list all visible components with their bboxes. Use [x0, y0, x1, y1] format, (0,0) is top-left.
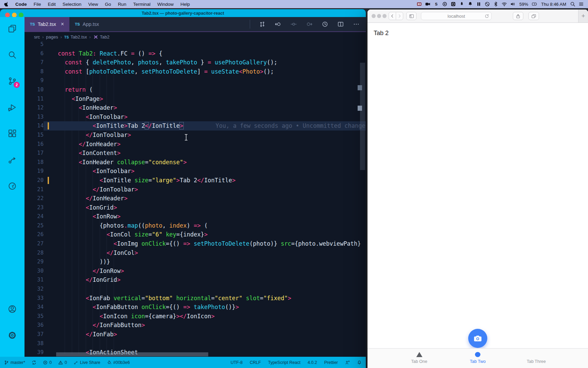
timeline-clock-icon[interactable]	[322, 21, 328, 28]
code-line[interactable]: 31 </IonGrid>	[24, 275, 366, 285]
nav-back-icon[interactable]	[275, 21, 281, 28]
bluetooth-icon[interactable]	[493, 1, 499, 7]
bell-icon[interactable]	[468, 1, 473, 7]
menu-item-view[interactable]: View	[85, 0, 101, 8]
tab-tab-three[interactable]: Tab Three	[527, 352, 546, 364]
sidebar-item-timeline[interactable]	[7, 181, 17, 191]
battery-icon[interactable]	[532, 1, 537, 7]
film-icon[interactable]	[416, 1, 422, 7]
sidebar-item-search[interactable]	[7, 50, 17, 60]
menu-item-go[interactable]: Go	[101, 0, 114, 8]
code-line[interactable]: 38	[24, 339, 366, 348]
code-line[interactable]: 21 </IonToolbar>	[24, 185, 366, 194]
sidebar-item-source-control[interactable]: 2	[7, 76, 17, 86]
menu-item-selection[interactable]: Selection	[59, 0, 85, 8]
code-line[interactable]: 29 ))}	[24, 257, 366, 266]
vscode-titlebar[interactable]: Tab2.tsx — photo-gallery-capacitor-react	[0, 9, 366, 17]
code-line[interactable]: 32	[24, 285, 366, 294]
code-line[interactable]: 16 </IonHeader>	[24, 140, 366, 149]
sidebar-item-extensions[interactable]	[7, 129, 17, 138]
do-not-disturb-icon[interactable]	[485, 1, 490, 7]
reload-icon[interactable]	[484, 14, 489, 19]
code-line[interactable]: 30 </IonRow>	[24, 266, 366, 276]
code-line[interactable]: 13 <IonToolbar>	[24, 112, 366, 122]
code-line[interactable]: 7 const { deletePhoto, photos, takePhoto…	[24, 58, 366, 67]
menu-item-window[interactable]: Window	[154, 0, 177, 8]
s-app-icon[interactable]: S	[434, 1, 439, 7]
code-line[interactable]: 11 <IonPage>	[24, 94, 366, 104]
breadcrumb-item-src[interactable]: src	[34, 34, 40, 40]
status-item-feedback[interactable]	[345, 360, 350, 365]
code-line[interactable]: 36 </IonFabButton>	[24, 321, 366, 330]
code-line[interactable]: 14 <IonTitle>Tab 2</IonTitle>You, a few …	[24, 121, 366, 131]
tab-tab-two[interactable]: Tab Two	[470, 352, 486, 364]
spotlight-icon[interactable]	[570, 1, 575, 7]
status-item-crlf[interactable]: CRLF	[250, 360, 261, 365]
status-item-sync[interactable]	[32, 360, 36, 365]
back-button[interactable]	[389, 12, 396, 20]
menu-item-terminal[interactable]: Terminal	[130, 0, 154, 8]
status-item-4-0-2[interactable]: 4.0.2	[308, 360, 317, 365]
code-line[interactable]: 18 <IonHeader collapse="condense">	[24, 158, 366, 167]
zoom-traffic-light[interactable]	[19, 13, 23, 17]
code-line[interactable]: 17 <IonContent>	[24, 149, 366, 158]
menu-list-icon[interactable]	[578, 1, 584, 7]
split-editor-icon[interactable]	[337, 21, 344, 28]
code-line[interactable]: 5	[24, 42, 366, 49]
code-line[interactable]: 37 </IonFab>	[24, 330, 366, 339]
breadcrumb[interactable]: src›pages›TSTab2.tsx›Tab2	[24, 32, 366, 42]
code-line[interactable]: 34 <IonFabButton onClick={() => takePhot…	[24, 303, 366, 312]
code-line[interactable]: 8 const [photoToDelete, setPhotoToDelete…	[24, 67, 366, 76]
more-actions-icon[interactable]	[353, 21, 360, 28]
code-line[interactable]: 28 </IonCol>	[24, 248, 366, 258]
pause-bars-icon[interactable]	[476, 1, 481, 7]
code-line[interactable]: 12 <IonHeader>	[24, 103, 366, 112]
tab-app-tsx[interactable]: TSApp.tsx	[69, 17, 104, 31]
sidebar-item-explorer[interactable]	[7, 24, 17, 33]
status-item-master-[interactable]: master*	[4, 360, 25, 365]
menu-item-help[interactable]: Help	[177, 0, 193, 8]
status-item-typescript-react[interactable]: TypeScript React	[268, 360, 300, 365]
menu-item-code[interactable]: Code	[12, 0, 30, 8]
status-item--00b3e6[interactable]: #00b3e6	[107, 360, 130, 365]
address-bar[interactable]: localhost	[421, 12, 492, 20]
status-item-prettier[interactable]: Prettier	[324, 360, 338, 365]
code-line[interactable]: 22 </IonHeader>	[24, 194, 366, 203]
screen-record-icon[interactable]	[451, 1, 456, 7]
sidebar-item-settings[interactable]	[7, 331, 17, 340]
code-line[interactable]: 20 <IonTitle size="large">Tab 2</IonTitl…	[24, 176, 366, 185]
share-button[interactable]	[513, 12, 523, 20]
status-item-live-share[interactable]: Live Share	[74, 360, 100, 365]
wifi-icon[interactable]	[502, 1, 507, 7]
record-icon[interactable]	[442, 1, 447, 7]
minimize-traffic-light[interactable]	[12, 13, 17, 17]
rocket-icon[interactable]	[459, 1, 464, 7]
sidebar-item-account[interactable]	[7, 304, 17, 314]
code-line[interactable]: 25 {photos.map((photo, index) => (	[24, 221, 366, 230]
minimize-traffic-light[interactable]	[377, 14, 381, 18]
status-item-utf-8[interactable]: UTF-8	[231, 360, 243, 365]
code-line[interactable]: 19 <IonToolbar>	[24, 167, 366, 176]
new-tab-button[interactable]: +	[578, 10, 588, 22]
sidebar-item-live-share[interactable]	[7, 155, 17, 165]
tab-tab-one[interactable]: Tab One	[411, 352, 427, 364]
code-line[interactable]: 6const Tab2: React.FC = () => {	[24, 49, 366, 58]
status-item-notification-bell[interactable]	[357, 360, 362, 365]
code-line[interactable]: 35 <IonIcon icon={camera}></IonIcon>	[24, 312, 366, 321]
code-line[interactable]: 10 return (	[24, 85, 366, 94]
apple-icon[interactable]	[4, 1, 9, 7]
code-line[interactable]: 33 <IonFab vertical="bottom" horizontal=…	[24, 294, 366, 303]
nav-forward-icon[interactable]	[306, 21, 313, 28]
code-line[interactable]: 27 <IonImg onClick={() => setPhotoToDele…	[24, 239, 366, 248]
tabs-overview-button[interactable]	[528, 12, 539, 20]
code-line[interactable]: 23 <IonGrid>	[24, 203, 366, 212]
code-line[interactable]: 24 <IonRow>	[24, 212, 366, 221]
breadcrumb-item-pages[interactable]: pages	[46, 34, 58, 40]
tab-tab2-tsx[interactable]: TSTab2.tsx×	[24, 17, 69, 31]
status-item-0[interactable]: 0	[43, 360, 52, 365]
vertical-scrollbar[interactable]	[360, 63, 365, 170]
menu-item-run[interactable]: Run	[114, 0, 130, 8]
sidebar-button[interactable]	[406, 12, 416, 20]
close-traffic-light[interactable]	[372, 14, 376, 18]
horizontal-scrollbar[interactable]	[56, 352, 208, 356]
